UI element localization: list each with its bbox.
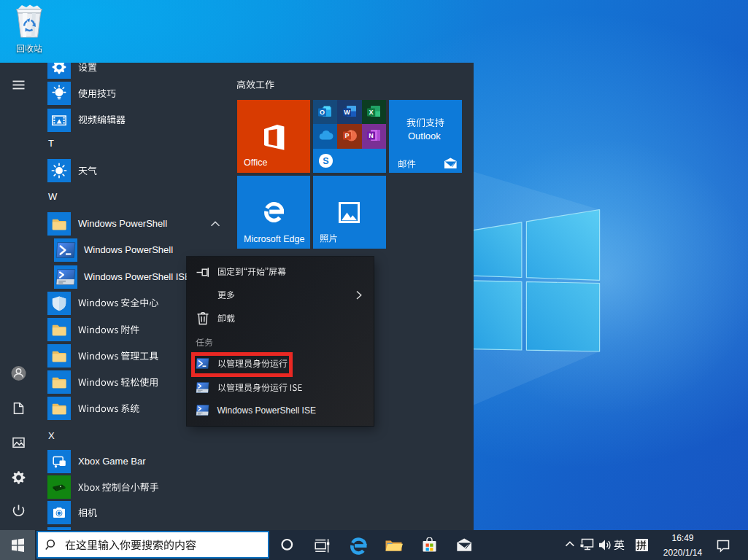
svg-text:W: W: [344, 109, 350, 116]
svg-text:X: X: [369, 109, 373, 116]
svg-text:O: O: [320, 109, 325, 116]
svg-text:S: S: [323, 156, 328, 166]
svg-text:P: P: [344, 132, 349, 139]
svg-text:N: N: [369, 132, 374, 139]
